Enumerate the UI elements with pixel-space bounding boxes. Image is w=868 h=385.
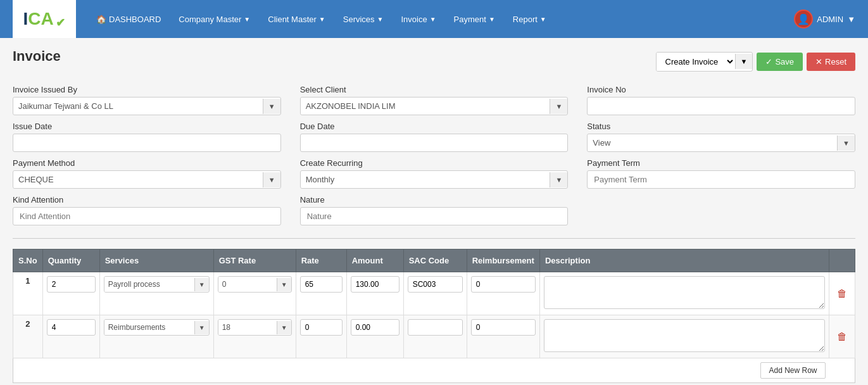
nav-invoice[interactable]: Invoice ▼ [394, 9, 444, 29]
issue-date-group: Issue Date 11/05/2020 [13, 122, 281, 152]
select-client-select[interactable]: AKZONOBEL INDIA LIM [301, 98, 550, 115]
payment-term-group: Payment Term [587, 158, 855, 189]
row-quantity-cell [42, 315, 99, 358]
invoice-no-input[interactable]: JKT/19-20/0001 [587, 97, 855, 115]
row-sno: 2 [13, 315, 43, 358]
chevron-down-icon: ▼ [540, 16, 546, 23]
table-body: 1 Payroll process ▼ 0 5121828 ▼ [13, 272, 855, 358]
col-reimbursement: Reimbursement [467, 249, 539, 272]
amount-input[interactable] [351, 276, 399, 293]
services-select[interactable]: Payroll process [104, 277, 194, 292]
nav-client-master-label: Client Master [268, 15, 317, 24]
issued-by-select-wrapper[interactable]: Jaikumar Tejwani & Co LL ▼ [13, 97, 281, 115]
payment-term-input[interactable] [587, 170, 855, 189]
col-actions [829, 249, 855, 272]
amount-input[interactable] [351, 319, 399, 336]
create-recurring-wrapper[interactable]: Monthly Quarterly Yearly ▼ [300, 170, 569, 189]
chevron-down-icon: ▼ [194, 278, 209, 291]
issued-by-select[interactable]: Jaikumar Tejwani & Co LL [13, 98, 263, 115]
col-description: Description [539, 249, 829, 272]
reimbursement-input[interactable] [471, 319, 536, 336]
create-recurring-select[interactable]: Monthly Quarterly Yearly [301, 171, 550, 188]
rate-input[interactable] [300, 276, 343, 293]
services-select-wrapper[interactable]: Payroll process ▼ [104, 276, 210, 293]
kind-attention-input[interactable] [13, 207, 281, 225]
payment-method-wrapper[interactable]: CHEQUE CASH ONLINE ▼ [13, 170, 281, 189]
kind-attention-group: Kind Attention [13, 195, 281, 225]
status-select[interactable]: View Draft Paid [588, 134, 837, 151]
gst-select[interactable]: 0 5121828 [218, 277, 277, 292]
delete-row-button[interactable]: 🗑 [833, 329, 851, 345]
row-amount-cell [346, 272, 403, 315]
chevron-down-icon: ▼ [277, 278, 291, 291]
rate-input[interactable] [300, 319, 343, 336]
row-quantity-cell [42, 272, 99, 315]
issue-date-input[interactable]: 11/05/2020 [13, 134, 281, 152]
main-content: Invoice Create Invoice ▼ ✓ Save ✕ Reset [0, 38, 868, 385]
chevron-down-icon: ▼ [550, 99, 567, 114]
services-select[interactable]: Reimbursements [104, 320, 194, 335]
quantity-input[interactable] [47, 319, 96, 336]
nav-services[interactable]: Services ▼ [336, 9, 391, 29]
payment-method-label: Payment Method [13, 158, 281, 168]
nav-payment[interactable]: Payment ▼ [446, 9, 503, 29]
description-textarea[interactable] [544, 276, 825, 309]
nav-company-master[interactable]: Company Master ▼ [171, 9, 258, 29]
chevron-down-icon: ▼ [489, 16, 495, 23]
select-client-group: Select Client AKZONOBEL INDIA LIM ▼ [300, 85, 569, 115]
row-sac-cell [403, 272, 467, 315]
sac-code-input[interactable] [408, 276, 463, 293]
save-button[interactable]: ✓ Save [757, 53, 803, 71]
col-sno: S.No [13, 249, 43, 272]
row-description-cell [539, 272, 829, 315]
status-label: Status [587, 122, 855, 131]
chevron-down-icon: ▼ [319, 16, 325, 23]
quantity-input[interactable] [47, 276, 96, 293]
delete-row-button[interactable]: 🗑 [833, 286, 851, 302]
nav-report-label: Report [513, 15, 538, 24]
row-rate-cell [296, 272, 346, 315]
gst-select[interactable]: 18 5121828 [218, 320, 277, 335]
page-title: Invoice [13, 48, 61, 65]
chevron-down-icon: ▼ [244, 16, 250, 23]
logo-ca: CA [28, 9, 53, 28]
chevron-down-icon: ▼ [837, 136, 855, 151]
chevron-down-icon: ▼ [263, 99, 280, 114]
row-gst-cell: 18 5121828 ▼ [213, 315, 296, 358]
reimbursement-input[interactable] [471, 276, 536, 293]
gst-select-wrapper[interactable]: 0 5121828 ▼ [218, 276, 292, 293]
admin-label: ADMIN [817, 15, 843, 24]
sac-code-input[interactable] [408, 319, 463, 336]
logo-checkmark: ✔ [56, 16, 65, 28]
nature-input[interactable] [300, 207, 569, 225]
payment-method-select[interactable]: CHEQUE CASH ONLINE [13, 171, 263, 188]
nav-items: 🏠 DASHBOARD Company Master ▼ Client Mast… [89, 9, 794, 29]
nav-report[interactable]: Report ▼ [505, 9, 554, 29]
empty-group [587, 195, 855, 225]
status-select-wrapper[interactable]: View Draft Paid ▼ [587, 134, 855, 152]
admin-avatar: 👤 [794, 9, 813, 28]
row-delete-cell: 🗑 [829, 272, 855, 315]
chevron-down-icon: ▼ [430, 16, 436, 23]
col-quantity: Quantity [42, 249, 99, 272]
create-invoice-select-wrapper[interactable]: Create Invoice ▼ [656, 52, 753, 72]
row-rate-cell [296, 315, 346, 358]
issued-by-label: Invoice Issued By [13, 85, 281, 94]
payment-term-label: Payment Term [587, 158, 855, 168]
add-new-row-button[interactable]: Add New Row [760, 362, 825, 379]
chevron-down-icon: ▼ [263, 172, 280, 187]
services-select-wrapper[interactable]: Reimbursements ▼ [104, 319, 210, 336]
due-date-input[interactable]: 25/06/2020 [300, 134, 569, 152]
description-textarea[interactable] [544, 319, 825, 352]
admin-area: 👤 ADMIN ▼ [794, 9, 855, 28]
payment-method-group: Payment Method CHEQUE CASH ONLINE ▼ [13, 158, 281, 189]
create-invoice-select[interactable]: Create Invoice [657, 53, 735, 71]
select-client-wrapper[interactable]: AKZONOBEL INDIA LIM ▼ [300, 97, 569, 115]
nav-client-master[interactable]: Client Master ▼ [260, 9, 332, 29]
gst-select-wrapper[interactable]: 18 5121828 ▼ [218, 319, 292, 336]
reset-button[interactable]: ✕ Reset [807, 53, 855, 71]
nav-dashboard[interactable]: 🏠 DASHBOARD [89, 9, 168, 29]
home-icon: 🏠 [96, 15, 106, 24]
col-amount: Amount [346, 249, 403, 272]
row-delete-cell: 🗑 [829, 315, 855, 358]
